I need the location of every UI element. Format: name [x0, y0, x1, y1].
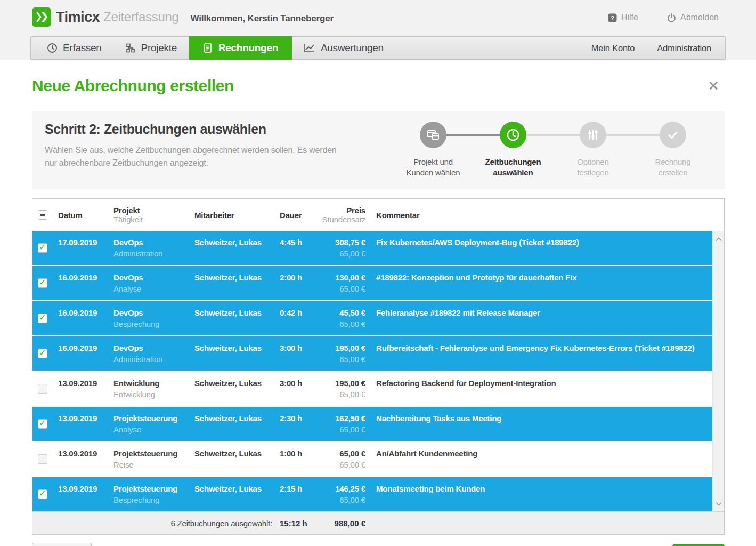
summary-label: 6 Zeitbuchungen ausgewählt: — [32, 519, 280, 528]
logout-label: Abmelden — [680, 13, 719, 22]
total-duration: 15:12 h — [280, 519, 315, 528]
tab-auswertungen-label: Auswertungen — [321, 42, 384, 54]
row-stundensatz: 65,00 € — [315, 318, 365, 330]
table-row[interactable]: 13.09.2019 Projektsteuerung Besprechung … — [32, 477, 712, 512]
page-title: Neue Abrechnung erstellen — [32, 77, 234, 95]
row-projekt-cell: DevOps Administration — [113, 336, 194, 371]
tab-rechnungen-label: Rechnungen — [218, 42, 278, 54]
wizard-heading: Schritt 2: Zeitbuchungen auswählen — [45, 122, 266, 137]
row-dauer: 0:42 h — [280, 301, 315, 335]
row-checkbox[interactable] — [38, 489, 47, 499]
scroll-down-icon[interactable] — [713, 497, 724, 510]
row-preis-cell: 195,00 € 65,00 € — [315, 372, 365, 406]
close-icon[interactable]: ✕ — [705, 77, 721, 95]
row-dauer: 2:00 h — [280, 266, 315, 300]
row-mitarbeiter: Schweitzer, Lukas — [194, 442, 280, 476]
col-header-taetigkeit: Tätigkeit — [113, 215, 194, 224]
table-scrollbar[interactable] — [712, 231, 724, 512]
tab-auswertungen[interactable]: Auswertungen — [292, 37, 395, 59]
row-dauer: 4:45 h — [280, 231, 315, 265]
select-all-checkbox[interactable] — [38, 210, 47, 220]
row-datum: 13.09.2019 — [58, 407, 113, 441]
header-links: ? Hilfe Abmelden — [608, 13, 719, 22]
nav-link-administration[interactable]: Administration — [657, 43, 711, 53]
row-taetigkeit: Reise — [113, 459, 194, 470]
row-stundensatz: 65,00 € — [315, 248, 365, 259]
row-projekt: DevOps — [113, 307, 194, 318]
table-row[interactable]: 13.09.2019 Projektsteuerung Reise Schwei… — [32, 442, 712, 477]
col-header-preis-main: Preis — [315, 206, 365, 215]
clock-icon — [500, 122, 526, 148]
row-projekt: Projektsteuerung — [113, 483, 194, 494]
step-optionen[interactable]: Optionen festlegen — [553, 122, 633, 178]
chart-icon — [304, 43, 315, 53]
row-checkbox[interactable] — [38, 454, 47, 464]
row-projekt-cell: Projektsteuerung Besprechung — [113, 477, 194, 511]
row-preis-cell: 308,75 € 65,00 € — [315, 231, 365, 265]
row-mitarbeiter: Schweitzer, Lukas — [194, 266, 280, 300]
row-projekt: Entwicklung — [113, 378, 194, 389]
total-price: 988,00 € — [315, 519, 365, 528]
step-label-line1: Optionen — [577, 157, 608, 167]
row-checkbox[interactable] — [38, 278, 47, 288]
title-row: Neue Abrechnung erstellen ✕ — [32, 77, 725, 95]
nav-link-mein-konto[interactable]: Mein Konto — [591, 43, 635, 53]
row-taetigkeit: Administration — [113, 248, 194, 259]
row-checkbox[interactable] — [38, 419, 47, 429]
wizard-description-line1: Wählen Sie aus, welche Zeitbuchungen abg… — [45, 144, 337, 157]
table-header: Datum Projekt Tätigkeit Mitarbeiter Daue… — [32, 199, 724, 231]
table-row[interactable]: 16.09.2019 DevOps Analyse Schweitzer, Lu… — [32, 266, 712, 301]
table-row[interactable]: 13.09.2019 Projektsteuerung Analyse Schw… — [32, 407, 712, 442]
col-header-projekt: Projekt Tätigkeit — [113, 206, 194, 224]
row-datum: 13.09.2019 — [58, 372, 113, 406]
row-preis: 308,75 € — [315, 237, 365, 248]
row-projekt: DevOps — [113, 237, 194, 248]
welcome-text: Willkommen, Kerstin Tanneberger — [191, 13, 334, 24]
bookings-table: Datum Projekt Tätigkeit Mitarbeiter Daue… — [32, 198, 725, 535]
row-checkbox[interactable] — [38, 243, 47, 253]
top-header: Timicx Zeiterfassung Willkommen, Kerstin… — [0, 0, 756, 60]
row-mitarbeiter: Schweitzer, Lukas — [194, 301, 280, 335]
col-header-preis: Preis Stundensatz — [315, 206, 365, 224]
step-label-line1: Projekt und — [407, 157, 460, 167]
step-projekt-kunden[interactable]: Projekt und Kunden wählen — [393, 122, 473, 178]
table-row[interactable]: 16.09.2019 DevOps Besprechung Schweitzer… — [32, 301, 712, 336]
step-label-line1: Rechnung — [655, 157, 691, 167]
row-stundensatz: 65,00 € — [315, 459, 365, 470]
table-row[interactable]: 13.09.2019 Entwicklung Entwicklung Schwe… — [32, 372, 712, 407]
row-datum: 16.09.2019 — [58, 301, 113, 335]
col-header-datum: Datum — [58, 211, 113, 220]
row-checkbox[interactable] — [38, 384, 47, 394]
row-preis-cell: 65,00 € 65,00 € — [315, 442, 365, 476]
tab-erfassen[interactable]: Erfassen — [35, 37, 113, 59]
table-row[interactable]: 16.09.2019 DevOps Administration Schweit… — [32, 336, 712, 372]
row-preis: 195,00 € — [315, 342, 365, 354]
row-preis-cell: 162,50 € 65,00 € — [315, 407, 365, 441]
table-row[interactable]: 17.09.2019 DevOps Administration Schweit… — [32, 231, 712, 266]
row-kommentar: Monatsmeeting beim Kunden — [365, 477, 712, 511]
step-rechnung[interactable]: Rechnung erstellen — [633, 122, 713, 178]
help-link[interactable]: ? Hilfe — [608, 13, 638, 22]
back-button[interactable] — [32, 543, 92, 546]
main-navbar: Erfassen Projekte — [30, 36, 726, 60]
tab-projekte[interactable]: Projekte — [113, 37, 189, 59]
scroll-up-icon[interactable] — [713, 233, 724, 246]
row-checkbox[interactable] — [38, 314, 47, 323]
sitemap-icon — [125, 43, 136, 53]
step-zeitbuchungen[interactable]: Zeitbuchungen auswählen — [473, 122, 553, 178]
logout-link[interactable]: Abmelden — [667, 13, 719, 22]
row-preis-cell: 130,00 € 65,00 € — [315, 266, 365, 300]
step-label-line2: auswählen — [485, 167, 541, 178]
row-dauer: 1:00 h — [280, 442, 315, 476]
tab-rechnungen[interactable]: Rechnungen — [189, 36, 292, 60]
row-taetigkeit: Administration — [113, 354, 194, 365]
row-preis: 162,50 € — [315, 413, 365, 424]
row-preis: 146,25 € — [315, 483, 365, 494]
wizard-description-line2: nur abrechenbare Zeitbuchungen angezeigt… — [45, 157, 337, 170]
row-preis: 130,00 € — [315, 272, 365, 283]
row-stundensatz: 65,00 € — [315, 494, 365, 505]
power-icon — [667, 13, 676, 22]
brand-suffix: Zeiterfassung — [103, 10, 179, 25]
row-stundensatz: 65,00 € — [315, 424, 365, 435]
row-checkbox[interactable] — [38, 349, 47, 358]
